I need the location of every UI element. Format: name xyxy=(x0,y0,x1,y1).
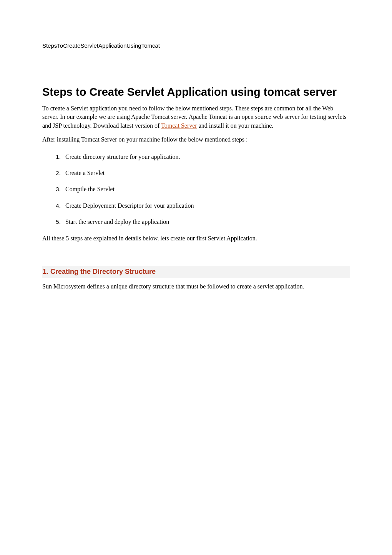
page-title: Steps to Create Servlet Application usin… xyxy=(42,82,350,103)
list-item: Create directory structure for your appl… xyxy=(62,153,350,161)
intro-text-part2: and install it on your machine. xyxy=(197,122,274,129)
list-item: Create a Servlet xyxy=(62,169,350,177)
after-install-paragraph: After installing Tomcat Server on your m… xyxy=(42,135,350,144)
list-item: Create Deployement Descriptor for your a… xyxy=(62,202,350,210)
closing-paragraph: All these 5 steps are explained in detai… xyxy=(42,234,350,243)
list-item: Start the server and deploy the applicat… xyxy=(62,218,350,226)
section-heading: 1. Creating the Directory Structure xyxy=(42,266,350,278)
intro-paragraph: To create a Servlet application you need… xyxy=(42,104,350,130)
section-body: Sun Microsystem defines a unique directo… xyxy=(42,282,350,291)
list-item: Compile the Servlet xyxy=(62,185,350,193)
tomcat-server-link[interactable]: Tomcat Server xyxy=(161,122,197,129)
page-header: StepsToCreateServletApplicationUsingTomc… xyxy=(42,42,350,49)
steps-list: Create directory structure for your appl… xyxy=(62,153,350,227)
